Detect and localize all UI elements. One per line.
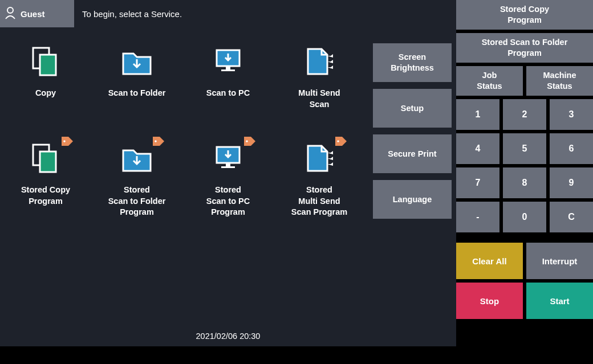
scan-folder-icon [114,140,160,177]
user-label: Guest [21,9,45,19]
start-button[interactable]: Start [526,283,593,319]
service-stored-multi[interactable]: Stored Multi Send Scan Program [274,140,365,226]
service-multi-send[interactable]: Multi Send Scan [274,43,365,129]
copy-icon [23,140,68,177]
right-rail: Stored Copy Program Stored Scan to Folde… [456,27,593,346]
interrupt-button[interactable]: Interrupt [526,243,593,279]
service-stored-folder[interactable]: Stored Scan to Folder Program [91,140,182,226]
language-button[interactable]: Language [373,180,452,219]
service-label: Scan to PC [206,88,250,99]
job-status-button[interactable]: Job Status [456,66,523,96]
service-label: Scan to Folder [108,88,166,99]
screen-brightness-button[interactable]: Screen Brightness [373,43,452,82]
copy-icon [23,43,68,80]
keypad--[interactable]: - [456,202,499,232]
scan-pc-icon [205,43,251,80]
multi-send-icon [296,140,342,177]
service-scan-pc[interactable]: Scan to PC [182,43,274,129]
rail-stored-scan-folder-program[interactable]: Stored Scan to Folder Program [456,33,593,63]
services-panel: CopyScan to FolderScan to PCMulti Send S… [0,27,456,346]
stop-button[interactable]: Stop [456,283,523,319]
timestamp: 2021/02/06 20:30 [0,332,456,341]
stored-tag-icon [153,137,164,148]
keypad-7[interactable]: 7 [456,167,499,198]
keypad-8[interactable]: 8 [503,167,546,198]
service-stored-pc[interactable]: Stored Scan to PC Program [182,140,274,226]
service-scan-folder[interactable]: Scan to Folder [91,43,182,129]
multi-send-icon [296,43,342,80]
keypad-C[interactable]: C [550,202,593,232]
service-label: Stored Copy Program [21,185,70,207]
keypad-4[interactable]: 4 [456,133,499,164]
scan-folder-icon [114,43,160,80]
rail-stored-copy-program[interactable]: Stored Copy Program [456,0,593,30]
service-label: Stored Scan to PC Program [206,185,250,218]
service-copy[interactable]: Copy [0,43,91,129]
service-label: Copy [35,88,56,99]
machine-status-button[interactable]: Machine Status [526,66,593,96]
secure-print-button[interactable]: Secure Print [373,134,452,173]
keypad-9[interactable]: 9 [550,167,593,198]
service-label: Multi Send Scan [298,88,340,110]
clear-all-button[interactable]: Clear All [456,243,523,279]
stored-tag-icon [335,137,347,148]
keypad-5[interactable]: 5 [503,133,546,164]
keypad-1[interactable]: 1 [456,99,499,130]
scan-pc-icon [205,140,251,177]
service-stored-copy[interactable]: Stored Copy Program [0,140,91,226]
service-label: Stored Scan to Folder Program [108,185,166,218]
keypad-6[interactable]: 6 [550,133,593,164]
user-icon [5,6,17,22]
user-button[interactable]: Guest [0,0,74,27]
service-label: Stored Multi Send Scan Program [291,185,347,218]
stored-tag-icon [244,137,255,148]
keypad-2[interactable]: 2 [503,99,546,130]
setup-button[interactable]: Setup [373,89,452,128]
keypad-0[interactable]: 0 [503,202,546,232]
keypad-3[interactable]: 3 [550,99,593,130]
stored-tag-icon [62,137,73,148]
